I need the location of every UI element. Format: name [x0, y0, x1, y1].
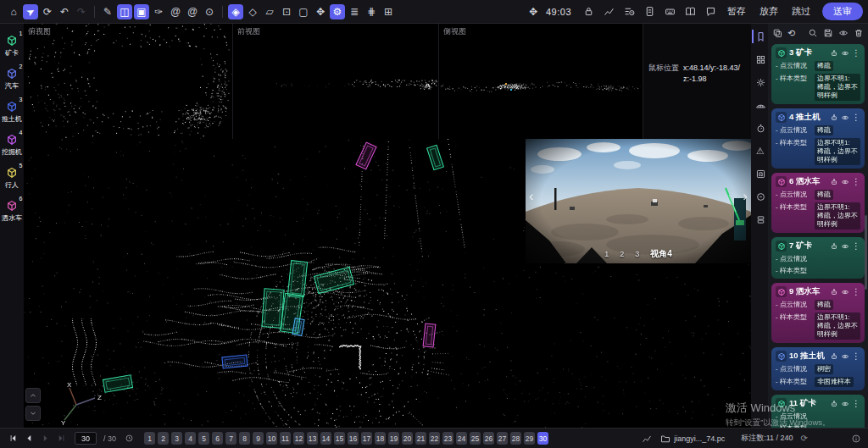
issues-panel-icon[interactable]: ⚠ [752, 144, 767, 158]
card-menu-icon[interactable]: ⋮ [852, 288, 860, 296]
temp-save-button[interactable]: 暂存 [722, 3, 751, 20]
settings-panel-icon[interactable] [752, 75, 767, 89]
comment-panel-icon[interactable] [752, 190, 767, 203]
auto-label-icon[interactable] [830, 113, 838, 122]
submit-review-button[interactable]: 送审 [822, 3, 863, 20]
delete-icon[interactable] [854, 28, 864, 38]
grid-panel-icon[interactable] [752, 53, 767, 66]
prev-frame-button[interactable] [23, 433, 35, 445]
fit-view-icon[interactable]: ✥ [526, 4, 541, 19]
frame-chart-icon[interactable] [641, 433, 653, 445]
top-view-panel[interactable]: 俯视图 [24, 24, 233, 139]
visibility-toggle-icon[interactable] [841, 178, 849, 186]
card-menu-icon[interactable]: ⋮ [852, 352, 860, 361]
render-settings-icon[interactable]: ⚙ [330, 4, 345, 19]
frame-button-18[interactable]: 18 [375, 432, 386, 445]
refresh-icon[interactable]: ⟳ [40, 4, 55, 19]
sliders-icon[interactable]: ≣ [347, 4, 362, 19]
skip-button[interactable]: 跳过 [787, 3, 815, 20]
badge-panel-icon[interactable] [752, 167, 767, 180]
top-view-canvas[interactable] [24, 24, 232, 139]
keyboard-shortcuts-icon[interactable] [662, 4, 677, 19]
measure-icon[interactable]: ✎ [100, 4, 115, 19]
frame-button-26[interactable]: 26 [483, 432, 494, 445]
auto-label-icon[interactable] [830, 242, 838, 251]
class-item-5[interactable]: 5行人 [0, 167, 24, 189]
camera-tool-icon[interactable]: ⊙ [202, 4, 217, 19]
frame-button-2[interactable]: 2 [158, 432, 169, 445]
panel-scrollbar[interactable] [865, 215, 867, 290]
card-menu-icon[interactable]: ⋮ [852, 113, 860, 122]
visibility-icon[interactable] [838, 28, 849, 38]
undo-icon[interactable]: ↶ [57, 4, 72, 19]
info-icon[interactable] [851, 434, 861, 444]
first-frame-button[interactable] [7, 433, 19, 445]
frame-button-17[interactable]: 17 [361, 432, 372, 445]
auto-annotate-icon[interactable]: @ [185, 4, 200, 19]
frame-button-1[interactable]: 1 [144, 432, 155, 445]
frame-button-3[interactable]: 3 [171, 432, 182, 445]
auto-label-icon[interactable] [830, 400, 838, 408]
document-icon[interactable] [642, 4, 657, 19]
view-up-button[interactable] [25, 388, 41, 403]
visibility-toggle-icon[interactable] [841, 400, 849, 408]
next-frame-button[interactable] [39, 433, 51, 445]
frame-button-14[interactable]: 14 [320, 432, 331, 445]
frame-button-5[interactable]: 5 [198, 432, 209, 445]
box3d-tool-icon[interactable]: ◈ [228, 4, 243, 19]
frame-button-20[interactable]: 20 [402, 432, 413, 445]
select-cursor-icon[interactable]: ➤ [23, 4, 38, 19]
camera-next-button[interactable]: › [743, 188, 748, 205]
side-view-canvas[interactable] [439, 24, 643, 139]
task-list-icon[interactable] [621, 4, 637, 19]
frame-button-29[interactable]: 29 [524, 432, 535, 445]
frame-button-7[interactable]: 7 [225, 432, 236, 445]
count-refresh-icon[interactable]: ⟳ [801, 434, 808, 443]
card-menu-icon[interactable]: ⋮ [852, 178, 860, 186]
auto-label-icon[interactable] [830, 49, 838, 58]
view-down-button[interactable] [25, 406, 41, 421]
annotation-card-9[interactable]: 9 洒水车⋮- 点云情况稀疏- 样本类型边界不明1: 稀疏，边界不明样例 [771, 283, 865, 343]
frame-button-9[interactable]: 9 [253, 432, 264, 445]
frame-button-22[interactable]: 22 [429, 432, 440, 445]
copy-icon[interactable] [772, 28, 782, 38]
cuboid-tool-icon[interactable]: ⊡ [279, 4, 294, 19]
annotation-card-10[interactable]: 10 推土机⋮- 点云情况稠密- 样本类型非困难样本 [771, 347, 865, 390]
feedback-icon[interactable] [703, 4, 718, 19]
frame-button-25[interactable]: 25 [470, 432, 481, 445]
class-item-2[interactable]: 2汽车 [0, 68, 24, 90]
last-frame-button[interactable] [55, 433, 67, 445]
save-icon[interactable] [823, 28, 833, 38]
auto-label-icon[interactable] [830, 178, 838, 186]
auto-label-icon[interactable] [830, 352, 838, 361]
visibility-toggle-icon[interactable] [841, 288, 849, 296]
frame-button-10[interactable]: 10 [266, 432, 277, 445]
front-view-panel[interactable]: 前视图 [233, 24, 439, 139]
current-file[interactable]: jiangyi..._74.pc [660, 434, 725, 444]
layers-panel-icon[interactable] [752, 213, 767, 226]
card-menu-icon[interactable]: ⋮ [852, 242, 860, 251]
camera-view-tab-2[interactable]: 2 [620, 250, 624, 258]
annotation-card-6[interactable]: 6 洒水车⋮- 点云情况稀疏- 样本类型边界不明1: 稀疏，边界不明样例 [771, 173, 865, 233]
visibility-toggle-icon[interactable] [841, 49, 849, 58]
class-item-3[interactable]: 3推土机 [0, 101, 24, 123]
bounding-box[interactable] [422, 323, 436, 347]
lock-icon[interactable] [581, 4, 596, 19]
annotation-card-4[interactable]: 4 推土机⋮- 点云情况稀疏- 样本类型边界不明1: 稀疏，边界不明样例 [771, 108, 865, 169]
camera-panel[interactable]: ‹ › 123视角4 [526, 139, 751, 263]
front-view-canvas[interactable] [233, 24, 438, 139]
camera-prev-button[interactable]: ‹ [529, 188, 534, 205]
annotation-card-7[interactable]: 7 矿卡⋮- 点云情况- 样本类型 [771, 237, 865, 279]
visibility-toggle-icon[interactable] [841, 352, 849, 361]
frame-button-15[interactable]: 15 [334, 432, 345, 445]
auto-label-icon[interactable] [830, 288, 838, 296]
split-view-icon[interactable]: ◫ [117, 4, 132, 19]
camera-view-tab-3[interactable]: 3 [635, 250, 639, 258]
frame-button-28[interactable]: 28 [510, 432, 521, 445]
frame-button-24[interactable]: 24 [456, 432, 467, 445]
brush-icon[interactable]: ✑ [151, 4, 166, 19]
playback-clock-icon[interactable] [123, 433, 135, 445]
frame-button-23[interactable]: 23 [442, 432, 453, 445]
discard-button[interactable]: 放弃 [754, 3, 783, 20]
camera-current-view[interactable]: 视角4 [650, 248, 672, 260]
